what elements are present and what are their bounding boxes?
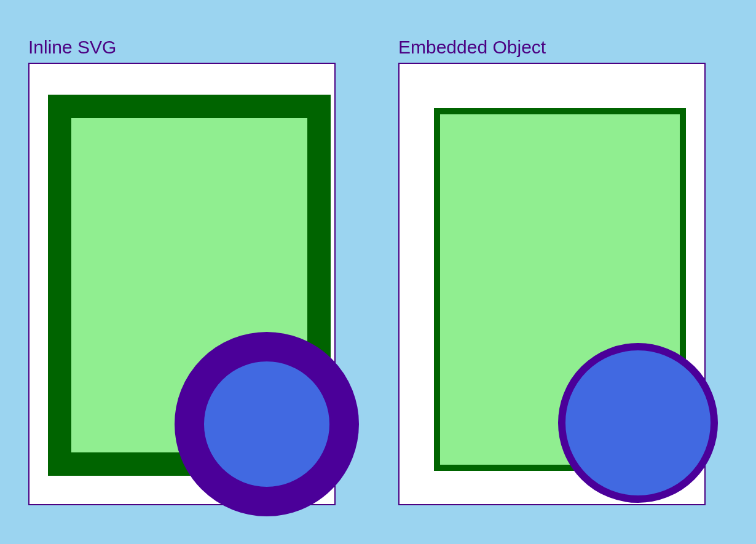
inline-svg-label: Inline SVG [28,37,116,58]
embedded-object-label: Embedded Object [398,37,546,58]
inline-circle-shape [175,332,359,516]
inline-svg-frame [28,63,336,505]
embedded-object-frame [398,63,706,505]
embedded-circle-shape [558,343,718,503]
